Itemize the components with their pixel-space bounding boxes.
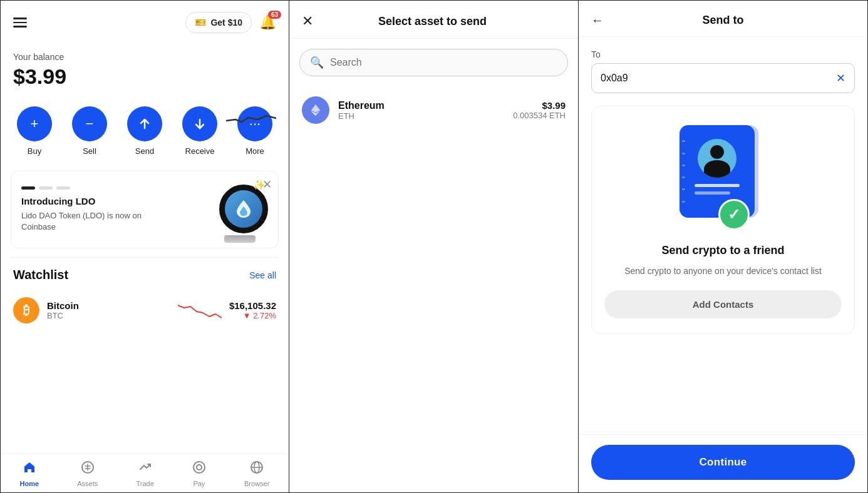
check-circle: ✓ (718, 199, 750, 230)
watchlist-header: Watchlist See all (1, 258, 289, 288)
nav-pay[interactable]: Pay (192, 460, 206, 487)
nav-trade[interactable]: Trade (136, 460, 153, 487)
avatar-circle (698, 139, 736, 178)
sell-label: Sell (83, 146, 96, 156)
home-icon (23, 460, 36, 478)
promo-card[interactable]: ✕ Introducing LDO Lido DAO Token (LDO) i… (11, 171, 279, 248)
nav-assets[interactable]: Assets (77, 460, 98, 487)
send-label: Send (135, 146, 154, 156)
select-asset-title: Select asset to send (378, 15, 487, 28)
nav-browser[interactable]: Browser (244, 460, 269, 487)
add-contacts-wrap: Add Contacts (604, 290, 842, 318)
select-asset-header: ✕ Select asset to send (289, 1, 578, 39)
buy-button-wrap: + Buy (17, 106, 52, 156)
trade-icon (138, 460, 152, 478)
eth-name: Ethereum (338, 100, 504, 111)
notification-button[interactable]: 🔔 63 (259, 14, 276, 31)
receive-button-wrap: Receive (182, 106, 217, 156)
eth-crypto-amount: 0.003534 ETH (513, 111, 566, 120)
balance-section: Your balance $3.99 (1, 39, 289, 95)
svg-marker-8 (311, 104, 321, 113)
send-friend-card: ✓ Send crypto to a friend Send crypto to… (591, 106, 855, 334)
close-button[interactable]: ✕ (302, 13, 313, 29)
search-input[interactable] (330, 57, 557, 68)
balance-amount: $3.99 (13, 64, 276, 89)
panel-send-to: ← Send to To 0x0a9 ✕ (579, 0, 868, 493)
promo-content: Introducing LDO Lido DAO Token (LDO) is … (21, 186, 147, 233)
nav-assets-label: Assets (77, 480, 98, 487)
promo-title: Introducing LDO (21, 196, 147, 206)
nav-home[interactable]: Home (20, 460, 39, 487)
eth-usd-value: $3.99 (513, 100, 566, 111)
briefcase-icon: 🎫 (195, 17, 207, 28)
to-address-value: 0x0a9 (601, 73, 836, 84)
watchlist-title: Watchlist (13, 268, 68, 282)
promo-dots (21, 186, 147, 190)
btc-icon: ₿ (13, 297, 39, 323)
card-lines (695, 184, 740, 195)
send-friend-desc: Send crypto to anyone on your device's c… (624, 265, 822, 278)
continue-button[interactable]: Continue (591, 445, 855, 480)
menu-icon[interactable] (13, 18, 27, 28)
svg-point-3 (194, 462, 205, 473)
see-all-link[interactable]: See all (249, 270, 276, 280)
receive-label: Receive (185, 146, 215, 156)
contact-illustration: ✓ (673, 125, 773, 231)
eth-info: Ethereum ETH (338, 100, 504, 121)
btc-asset-row[interactable]: ₿ Bitcoin BTC $16,105.32 ▼ 2.72% (1, 288, 289, 332)
eth-ticker: ETH (338, 111, 504, 121)
get-money-label: Get $10 (210, 18, 242, 28)
btc-info: Bitcoin BTC (47, 300, 170, 320)
home-header: 🎫 Get $10 🔔 63 (1, 1, 289, 39)
nav-pay-label: Pay (193, 480, 205, 487)
search-icon: 🔍 (310, 56, 324, 69)
send-to-body: To 0x0a9 ✕ (579, 37, 867, 434)
send-to-footer: Continue (579, 434, 867, 492)
back-button[interactable]: ← (591, 13, 604, 28)
sell-button-wrap: − Sell (72, 106, 107, 156)
browser-icon (250, 460, 264, 478)
notification-badge: 63 (268, 11, 281, 19)
pay-icon (192, 460, 206, 478)
to-input-wrap[interactable]: 0x0a9 ✕ (591, 63, 855, 93)
promo-dot-2 (39, 186, 53, 190)
receive-button[interactable] (182, 106, 217, 141)
eth-icon (302, 96, 329, 124)
nav-trade-label: Trade (136, 480, 153, 487)
send-button[interactable] (127, 106, 162, 141)
nav-home-label: Home (20, 480, 39, 487)
btc-price: $16,105.32 (229, 300, 276, 311)
balance-label: Your balance (13, 52, 276, 62)
send-to-header: ← Send to (579, 1, 867, 37)
btc-change: ▼ 2.72% (229, 311, 276, 320)
send-button-wrap: Send (127, 106, 162, 156)
svg-point-4 (197, 465, 202, 470)
panel-home: 🎫 Get $10 🔔 63 Your balance $3.99 + Buy … (0, 0, 289, 493)
add-contacts-button[interactable]: Add Contacts (604, 290, 842, 318)
more-label: More (245, 146, 264, 156)
buy-button[interactable]: + (17, 106, 52, 141)
promo-description: Lido DAO Token (LDO) is now on Coinbase (21, 210, 147, 233)
buy-label: Buy (28, 146, 41, 156)
balance-chart (226, 108, 276, 133)
search-bar[interactable]: 🔍 (299, 49, 568, 76)
send-to-title: Send to (614, 14, 832, 27)
btc-name: Bitcoin (47, 300, 170, 311)
get-money-button[interactable]: 🎫 Get $10 (185, 12, 252, 33)
sell-button[interactable]: − (72, 106, 107, 141)
panel-select-asset: ✕ Select asset to send 🔍 Ethereum ETH $3… (289, 0, 579, 493)
promo-dot-1 (21, 186, 35, 190)
star-icon: ✨ (253, 179, 266, 191)
btc-price-wrap: $16,105.32 ▼ 2.72% (229, 300, 276, 320)
ldo-illustration: ✨ (212, 181, 268, 238)
eth-values: $3.99 0.003534 ETH (513, 100, 566, 120)
nav-browser-label: Browser (244, 480, 269, 487)
clear-address-button[interactable]: ✕ (836, 71, 845, 85)
btc-ticker: BTC (47, 311, 170, 320)
assets-icon (81, 460, 95, 478)
ldo-stand (224, 235, 256, 243)
promo-dot-3 (56, 186, 70, 190)
eth-asset-row[interactable]: Ethereum ETH $3.99 0.003534 ETH (289, 86, 578, 134)
btc-chart (178, 299, 222, 322)
header-right: 🎫 Get $10 🔔 63 (185, 12, 276, 33)
